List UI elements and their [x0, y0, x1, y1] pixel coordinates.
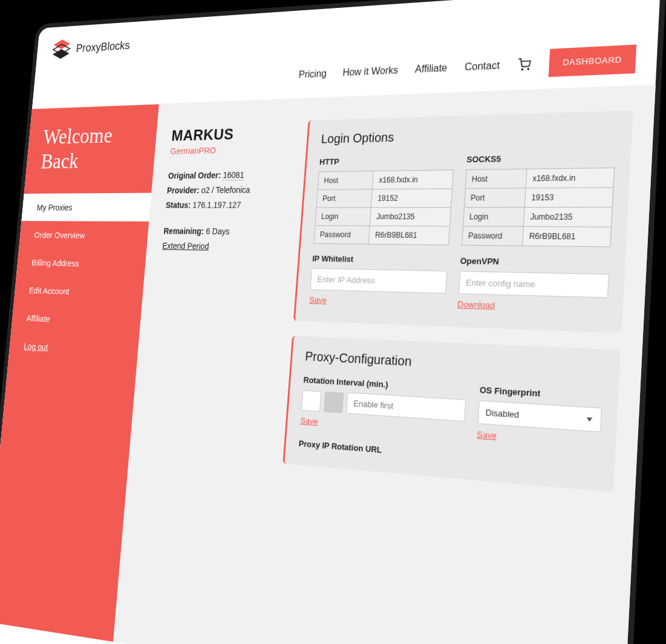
main-content: MARKUS GermanPRO Original Order: 16081 P… — [113, 85, 656, 644]
os-fingerprint-select[interactable]: Disabled — [478, 400, 602, 432]
http-port-label: Port — [316, 189, 373, 208]
status-value: 176.1.197.127 — [192, 200, 241, 210]
openvpn-input[interactable] — [458, 271, 609, 298]
openvpn-label: OpenVPN — [460, 256, 610, 269]
sidebar-item-logout[interactable]: Log out — [8, 332, 139, 367]
socks5-host-value[interactable]: x168.fxdx.in — [526, 168, 615, 188]
http-login-label: Login — [315, 208, 371, 226]
openvpn-download-link[interactable]: Download — [457, 299, 495, 310]
account-summary: MARKUS GermanPRO Original Order: 16081 P… — [144, 120, 297, 478]
sidebar-item-my-proxies[interactable]: My Proxies — [21, 193, 154, 222]
nav-how-it-works[interactable]: How it Works — [342, 64, 399, 78]
socks5-port-label: Port — [464, 188, 526, 208]
provider-value: o2 / Telefonica — [201, 185, 250, 195]
proxy-config-title: Proxy-Configuration — [305, 349, 605, 380]
brand-name: ProxyBlocks — [76, 39, 131, 55]
ip-whitelist-input[interactable] — [310, 268, 447, 294]
http-host-value[interactable]: x168.fxdx.in — [373, 170, 453, 189]
socks5-login-value[interactable]: Jumbo2135 — [523, 207, 612, 227]
rotation-toggle-off[interactable] — [301, 390, 321, 412]
socks5-table: Hostx168.fxdx.in Port19153 LoginJumbo213… — [461, 168, 615, 248]
logo[interactable]: ProxyBlocks — [50, 33, 131, 61]
nav-contact[interactable]: Contact — [465, 59, 500, 73]
os-fingerprint-block: OS Fingerprint Disabled Save — [477, 385, 603, 449]
socks5-block: SOCKS5 Hostx168.fxdx.in Port19153 LoginJ… — [457, 152, 616, 315]
remaining-row: Remaining: 6 Days — [163, 223, 289, 240]
ip-save-link[interactable]: Save — [309, 295, 327, 304]
stack-icon — [50, 37, 72, 61]
ip-whitelist-label: IP Whitelist — [312, 254, 448, 265]
proxy-config-panel: Proxy-Configuration Rotation Interval (m… — [282, 336, 621, 492]
os-fingerprint-label: OS Fingerprint — [480, 385, 603, 402]
rotation-toggle-on[interactable] — [324, 391, 344, 413]
rotation-block: Rotation Interval (min.) Save — [300, 375, 467, 439]
cart-icon[interactable] — [517, 58, 531, 71]
sidebar-item-billing[interactable]: Billing Address — [16, 249, 146, 280]
welcome-line2: Back — [40, 148, 79, 172]
http-port-value[interactable]: 19152 — [371, 189, 452, 208]
sidebar-item-order-overview[interactable]: Order Overview — [19, 221, 149, 250]
socks5-port-value[interactable]: 19153 — [524, 188, 613, 208]
welcome-heading: Welcome Back — [24, 122, 158, 194]
status-row: Status: 176.1.197.127 — [165, 198, 291, 214]
order-row: Original Order: 16081 — [168, 167, 293, 183]
login-options-title: Login Options — [321, 124, 617, 146]
extend-period-link[interactable]: Extend Period — [162, 241, 209, 251]
provider-row: Provider: o2 / Telefonica — [166, 182, 292, 198]
svg-point-0 — [522, 68, 523, 70]
http-password-value[interactable]: R6rB9BL681 — [369, 226, 449, 245]
http-label: HTTP — [319, 155, 454, 166]
http-password-label: Password — [314, 226, 370, 245]
nav-affiliate[interactable]: Affiliate — [415, 62, 448, 74]
plan-name: GermanPRO — [170, 143, 295, 156]
rotation-save-link[interactable]: Save — [300, 416, 318, 427]
os-save-link[interactable]: Save — [477, 429, 497, 441]
socks5-login-label: Login — [463, 208, 524, 227]
socks5-label: SOCKS5 — [466, 152, 616, 164]
rotation-interval-input[interactable] — [346, 392, 466, 422]
nav-pricing[interactable]: Pricing — [298, 68, 327, 80]
sidebar-item-edit-account[interactable]: Edit Account — [14, 276, 145, 308]
welcome-line1: Welcome — [42, 123, 114, 148]
http-host-label: Host — [318, 171, 374, 190]
login-options-panel: Login Options HTTP Hostx168.fxdx.in Port… — [293, 110, 633, 333]
username: MARKUS — [171, 123, 297, 145]
dashboard-button[interactable]: DASHBOARD — [549, 45, 636, 77]
socks5-host-label: Host — [465, 169, 527, 188]
http-block: HTTP Hostx168.fxdx.in Port19152 LoginJum… — [309, 155, 454, 309]
right-column: Login Options HTTP Hostx168.fxdx.in Port… — [281, 110, 633, 509]
http-table: Hostx168.fxdx.in Port19152 LoginJumbo213… — [313, 169, 453, 245]
socks5-password-value[interactable]: R6rB9BL681 — [522, 226, 611, 246]
socks5-password-label: Password — [462, 226, 523, 246]
http-login-value[interactable]: Jumbo2135 — [370, 208, 451, 226]
remaining-value: 6 Days — [206, 226, 230, 236]
order-value: 16081 — [223, 170, 244, 180]
svg-point-1 — [528, 68, 529, 70]
